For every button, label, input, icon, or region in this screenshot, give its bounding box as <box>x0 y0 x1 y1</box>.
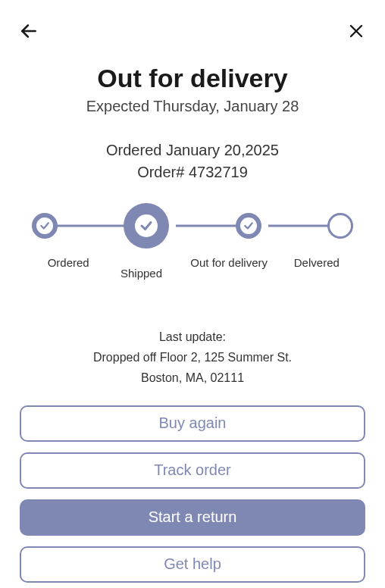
arrow-left-icon <box>19 21 39 41</box>
step-circle-complete <box>236 213 261 239</box>
check-icon <box>243 220 254 231</box>
step-label: Out for delivery <box>178 256 280 280</box>
last-update-block: Last update: Dropped off Floor 2, 125 Su… <box>18 327 367 389</box>
close-button[interactable] <box>344 19 368 43</box>
ordered-date: Ordered January 20,2025 <box>18 139 367 161</box>
step-delivered <box>327 213 353 239</box>
get-help-button[interactable]: Get help <box>20 546 365 583</box>
last-update-address-line1: Dropped off Floor 2, 125 Summer St. <box>18 347 367 368</box>
track-order-button[interactable]: Track order <box>20 452 365 489</box>
buy-again-button[interactable]: Buy again <box>20 405 365 442</box>
order-number: Order# 4732719 <box>18 161 367 183</box>
back-button[interactable] <box>17 19 41 43</box>
expected-date: Expected Thursday, January 28 <box>18 98 367 115</box>
step-circle-current <box>124 203 169 249</box>
step-label: Ordered <box>32 256 105 280</box>
start-return-button[interactable]: Start a return <box>20 499 365 536</box>
step-out-for-delivery <box>236 213 261 239</box>
close-icon <box>347 22 365 40</box>
step-circle-pending <box>327 213 353 239</box>
last-update-address-line2: Boston, MA, 02111 <box>18 368 367 388</box>
check-icon <box>39 220 50 231</box>
step-label: Shipped <box>105 267 177 280</box>
progress-tracker: Ordered Shipped Out for delivery Delvere… <box>18 202 367 280</box>
step-label: Delvered <box>280 256 353 280</box>
step-ordered <box>32 213 58 239</box>
page-title: Out for delivery <box>18 64 367 93</box>
step-shipped <box>124 203 169 249</box>
step-circle-complete <box>32 213 58 239</box>
check-icon <box>139 219 153 233</box>
last-update-label: Last update: <box>18 327 367 347</box>
tracker-line <box>55 225 130 227</box>
